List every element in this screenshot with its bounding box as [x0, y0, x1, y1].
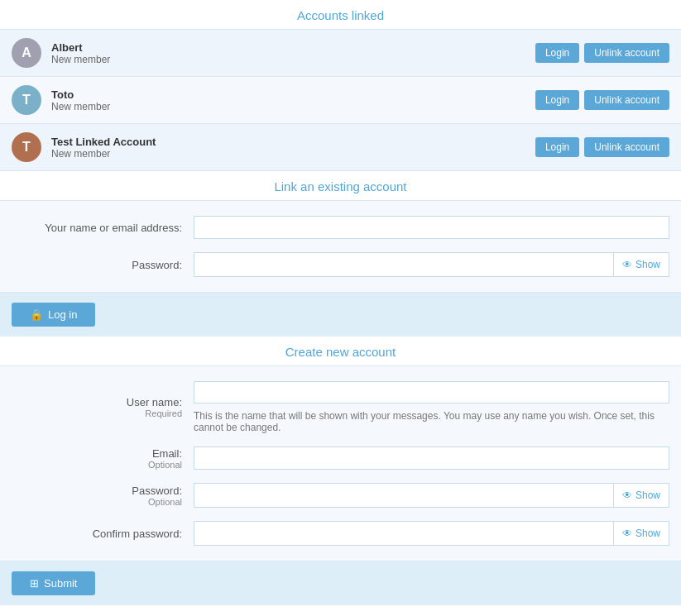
login-button-albert[interactable]: Login	[535, 43, 579, 63]
login-button-test[interactable]: Login	[535, 137, 579, 157]
confirm-password-show-button[interactable]: 👁 Show	[613, 522, 669, 545]
password-input[interactable]	[194, 253, 613, 276]
login-action-bar: 🔒 Log in	[0, 293, 681, 337]
account-info-test: Test Linked Account New member	[51, 136, 535, 160]
username-row: User name: Required This is the name tha…	[0, 375, 681, 440]
password-input-wrapper: 👁 Show	[194, 252, 669, 277]
account-role-albert: New member	[51, 54, 535, 65]
new-show-label: Show	[635, 489, 660, 501]
account-row-test: T Test Linked Account New member Login U…	[0, 123, 681, 170]
new-password-label: Password:	[132, 485, 182, 497]
account-role-test: New member	[51, 148, 535, 160]
confirm-password-label-group: Confirm password:	[12, 528, 194, 540]
account-name-toto: Toto	[51, 88, 535, 101]
new-password-input[interactable]	[194, 484, 613, 507]
grid-icon: ⊞	[30, 577, 39, 590]
account-actions-albert: Login Unlink account	[535, 43, 669, 63]
confirm-password-label: Confirm password:	[93, 528, 182, 540]
new-password-show-button[interactable]: 👁 Show	[613, 484, 669, 507]
link-existing-heading: Link an existing account	[0, 171, 681, 200]
password-show-button[interactable]: 👁 Show	[613, 253, 669, 276]
username-input[interactable]	[194, 381, 669, 404]
show-label: Show	[635, 259, 660, 270]
submit-label: Submit	[44, 577, 77, 590]
username-label-group: User name: Required	[12, 396, 194, 418]
new-password-label-group: Password: Optional	[12, 485, 194, 507]
link-existing-form: Your name or email address: Password: 👁 …	[0, 200, 681, 293]
log-in-label: Log in	[48, 308, 77, 321]
password-row: Password: 👁 Show	[0, 246, 681, 284]
new-password-row: Password: Optional 👁 Show	[0, 476, 681, 514]
email-label: Email:	[152, 447, 182, 460]
eye-icon-3: 👁	[622, 528, 632, 539]
account-role-toto: New member	[51, 101, 535, 112]
account-row-toto: T Toto New member Login Unlink account	[0, 76, 681, 123]
new-password-optional: Optional	[12, 497, 182, 507]
email-optional: Optional	[12, 460, 182, 470]
name-email-input[interactable]	[194, 216, 669, 239]
lock-icon: 🔒	[30, 308, 43, 321]
avatar-test: T	[12, 132, 41, 162]
avatar-albert: A	[12, 38, 41, 68]
submit-button[interactable]: ⊞ Submit	[12, 571, 95, 595]
account-info-albert: Albert New member	[51, 41, 535, 65]
username-required: Required	[12, 408, 182, 418]
account-name-albert: Albert	[51, 41, 535, 54]
account-actions-test: Login Unlink account	[535, 137, 669, 157]
username-hint: This is the name that will be shown with…	[194, 407, 669, 433]
account-actions-toto: Login Unlink account	[535, 90, 669, 110]
account-row-albert: A Albert New member Login Unlink account	[0, 29, 681, 76]
account-info-toto: Toto New member	[51, 88, 535, 112]
eye-icon: 👁	[622, 259, 632, 270]
confirm-password-row: Confirm password: 👁 Show	[0, 514, 681, 552]
password-label: Password:	[12, 259, 194, 271]
name-email-label: Your name or email address:	[12, 222, 194, 234]
email-row: Email: Optional	[0, 440, 681, 476]
submit-action-bar: ⊞ Submit	[0, 561, 681, 605]
username-label: User name:	[127, 396, 182, 408]
email-label-group: Email: Optional	[12, 447, 194, 470]
unlink-button-test[interactable]: Unlink account	[584, 137, 669, 157]
link-existing-section: Link an existing account Your name or em…	[0, 170, 681, 337]
avatar-toto: T	[12, 85, 41, 115]
unlink-button-toto[interactable]: Unlink account	[584, 90, 669, 110]
email-input[interactable]	[194, 446, 669, 470]
confirm-show-label: Show	[635, 528, 660, 539]
create-new-form: User name: Required This is the name tha…	[0, 365, 681, 561]
create-new-section: Create new account User name: Required T…	[0, 337, 681, 605]
create-new-heading: Create new account	[0, 337, 681, 365]
login-button-toto[interactable]: Login	[535, 90, 579, 110]
accounts-linked-heading: Accounts linked	[0, 0, 681, 29]
unlink-button-albert[interactable]: Unlink account	[584, 43, 669, 63]
log-in-button[interactable]: 🔒 Log in	[12, 303, 95, 327]
name-email-row: Your name or email address:	[0, 209, 681, 246]
new-password-input-wrapper: 👁 Show	[194, 483, 669, 508]
account-name-test: Test Linked Account	[51, 136, 535, 148]
confirm-password-input-wrapper: 👁 Show	[194, 521, 669, 546]
eye-icon-2: 👁	[622, 489, 632, 501]
confirm-password-input[interactable]	[194, 522, 613, 545]
